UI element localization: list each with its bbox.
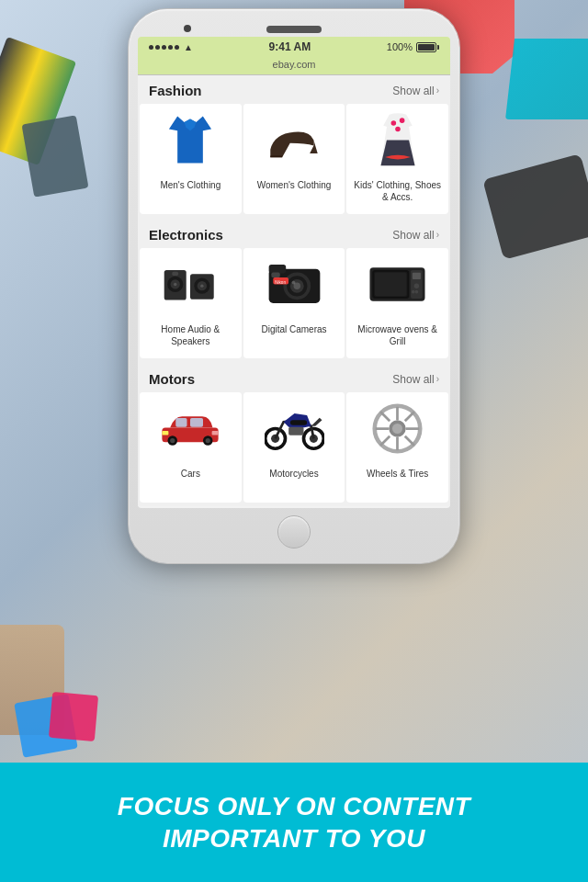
mens-clothing-card[interactable]: Men's Clothing [140,104,242,214]
svg-point-31 [415,290,419,294]
svg-point-30 [414,284,419,288]
camera-svg: Nikon [265,260,324,308]
svg-point-20 [291,281,295,285]
banner-line2: IMPORTANT TO YOU [118,822,470,854]
phone-top [138,20,450,37]
bg-pink-sticky [49,692,98,741]
svg-point-8 [174,283,176,286]
battery-area: 100% [387,41,439,52]
svg-rect-46 [289,420,306,424]
svg-point-32 [412,290,415,294]
wheel-svg [372,403,423,454]
signal-dot-5 [175,45,179,50]
bg-hanger-decoration [22,115,89,197]
kids-clothing-image [346,104,448,175]
svg-rect-15 [268,265,286,273]
svg-rect-40 [163,431,169,435]
phone-speaker [266,26,322,33]
svg-point-13 [200,284,203,287]
battery-icon [416,42,439,52]
kids-dress-svg [375,110,421,170]
signal-dot-3 [162,45,166,50]
speakers-image [140,248,242,320]
motors-items-grid: Cars [138,392,450,506]
svg-rect-29 [413,273,421,279]
bg-camera-decoration [482,153,588,259]
svg-text:Nikon: Nikon [275,280,286,285]
camera-image: Nikon [243,248,345,320]
chevron-right-icon-2: › [436,230,439,240]
svg-line-58 [380,435,390,445]
motors-title: Motors [149,371,195,387]
content-area: Fashion Show all › [138,75,450,506]
svg-rect-9 [173,272,179,276]
phone-camera [184,25,191,32]
chevron-right-icon: › [436,85,439,96]
chevron-right-icon-3: › [436,374,439,384]
wifi-icon: ▲ [184,42,193,52]
svg-point-4 [395,126,401,131]
svg-rect-35 [190,418,203,427]
motorcycle-image [243,392,345,464]
kids-clothing-card[interactable]: Kids' Clothing, Shoes & Accs. [346,104,448,214]
car-card[interactable]: Cars [140,392,242,503]
svg-rect-34 [176,418,187,427]
fashion-items-grid: Men's Clothing Women's Cl [138,104,450,218]
svg-rect-23 [271,272,279,277]
fashion-section: Fashion Show all › [138,75,450,218]
phone-frame: ▲ 9:41 AM 100% ebay.com [129,9,459,563]
banner-line1: FOCUS ONLY ON CONTENT [118,790,470,822]
svg-point-43 [271,435,279,443]
svg-point-37 [170,438,175,443]
blue-shirt-svg [167,112,213,167]
motors-section: Motors Show all › [138,364,450,506]
car-image [140,392,242,464]
motors-section-header: Motors Show all › [138,364,450,392]
mens-clothing-image [140,104,242,175]
camera-label: Digital Cameras [257,320,330,341]
svg-rect-41 [212,431,219,435]
microwave-card[interactable]: Microwave ovens & Grill [346,248,448,358]
wheel-image [346,392,448,464]
svg-point-50 [392,424,402,434]
svg-point-3 [400,118,405,123]
home-button[interactable] [277,515,311,548]
wheel-card[interactable]: Wheels & Tires [346,392,448,503]
electronics-title: Electronics [149,227,223,243]
electronics-items-grid: Home Audio & Speakers [138,248,450,362]
svg-rect-47 [288,427,303,435]
url-text: ebay.com [273,59,316,70]
kids-clothing-label: Kids' Clothing, Shoes & Accs. [346,175,448,209]
battery-pct-label: 100% [387,41,413,52]
camera-card[interactable]: Nikon Digital Cameras [243,248,345,358]
wheel-label: Wheels & Tires [363,464,432,485]
car-svg [158,410,222,447]
womens-clothing-card[interactable]: Women's Clothing [243,104,345,214]
motors-show-all[interactable]: Show all › [392,373,439,386]
motorcycle-svg [265,405,324,451]
car-label: Cars [177,464,204,485]
phone-screen: ▲ 9:41 AM 100% ebay.com [138,37,450,508]
fashion-title: Fashion [149,83,202,98]
banner-text: FOCUS ONLY ON CONTENT IMPORTANT TO YOU [118,790,470,854]
electronics-section-header: Electronics Show all › [138,220,450,248]
womens-clothing-label: Women's Clothing [254,175,335,197]
microwave-label: Microwave ovens & Grill [346,320,448,353]
bottom-banner: FOCUS ONLY ON CONTENT IMPORTANT TO YOU [0,763,588,882]
speakers-label: Home Audio & Speakers [140,320,242,353]
speakers-card[interactable]: Home Audio & Speakers [140,248,242,358]
phone-bottom [138,508,450,552]
microwave-image [346,248,448,320]
motorcycle-label: Motorcycles [266,464,322,485]
electronics-show-all[interactable]: Show all › [392,229,439,242]
motorcycle-card[interactable]: Motorcycles [243,392,345,503]
svg-point-39 [206,438,210,443]
svg-line-55 [380,412,390,421]
signal-dot-4 [168,45,173,50]
signal-area: ▲ [149,42,193,52]
microwave-svg [368,261,427,307]
fashion-section-header: Fashion Show all › [138,75,450,104]
fashion-show-all[interactable]: Show all › [392,85,439,97]
url-bar[interactable]: ebay.com [138,57,450,75]
status-bar: ▲ 9:41 AM 100% [138,37,450,57]
